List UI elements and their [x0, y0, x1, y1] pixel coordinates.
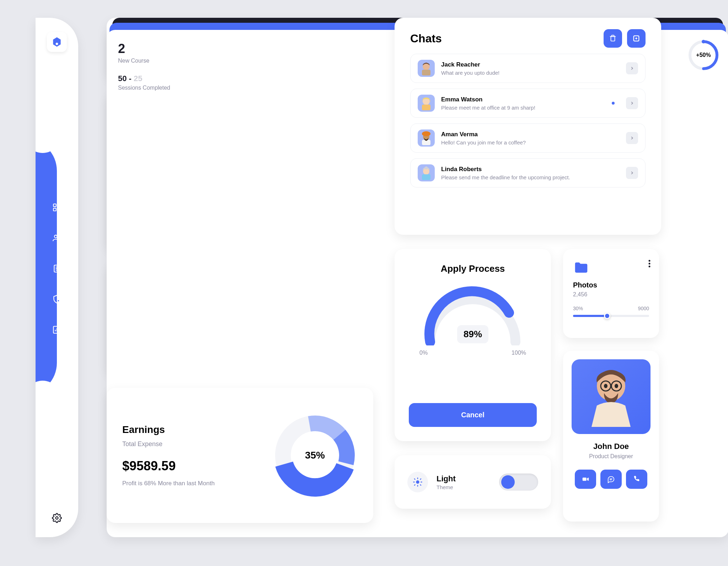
chats-delete-button[interactable] — [604, 29, 622, 48]
svg-line-66 — [414, 479, 415, 480]
svg-line-69 — [414, 485, 415, 485]
profile-video-button[interactable] — [575, 470, 596, 489]
apply-title: Apply Process — [441, 263, 505, 274]
chevron-right-icon — [626, 132, 638, 144]
chat-preview: Please send me the deadline for the upco… — [441, 174, 620, 180]
chat-name: Emma Watson — [441, 96, 605, 103]
svg-point-18 — [56, 517, 58, 519]
svg-point-49 — [649, 263, 651, 265]
svg-rect-47 — [422, 174, 430, 180]
chat-item[interactable]: Aman VermaHello! Can you join me for a c… — [410, 123, 646, 153]
profile-card: John Doe Product Designer — [563, 351, 659, 522]
svg-rect-3 — [53, 208, 56, 211]
avatar — [418, 129, 435, 147]
theme-sub: Theme — [437, 484, 456, 490]
svg-point-50 — [649, 266, 651, 268]
sun-icon — [407, 472, 428, 492]
svg-rect-41 — [422, 105, 430, 110]
svg-rect-2 — [58, 204, 60, 207]
folder-icon — [573, 260, 649, 276]
profile-name: John Doe — [593, 442, 629, 451]
chat-item[interactable]: Jack ReacherWhat are you upto dude! — [410, 54, 646, 83]
course-progress-ring: +50% — [687, 39, 719, 71]
svg-marker-58 — [587, 477, 589, 481]
svg-point-48 — [649, 260, 651, 262]
svg-rect-1 — [53, 204, 56, 207]
chat-preview: Hello! Can you join me for a coffee? — [441, 139, 620, 146]
profile-message-button[interactable] — [600, 470, 622, 489]
chats-add-button[interactable] — [627, 29, 646, 48]
chats-card: Chats Jack ReacherWhat are you upto dude… — [395, 18, 661, 235]
avatar — [418, 60, 435, 77]
svg-rect-39 — [422, 70, 430, 75]
chat-item[interactable]: Emma WatsonPlease meet me at office at 9… — [410, 89, 646, 118]
svg-rect-57 — [583, 477, 587, 481]
chat-name: Aman Verma — [441, 131, 620, 138]
sidebar-item-analytics[interactable] — [52, 325, 61, 334]
sidebar-item-shield[interactable] — [52, 295, 61, 304]
earnings-note: Profit is 68% More than last Month — [122, 480, 215, 487]
chat-item[interactable]: Linda RobertsPlease send me the deadline… — [410, 158, 646, 187]
svg-line-68 — [420, 479, 421, 480]
photos-more-button[interactable] — [648, 260, 651, 268]
sidebar-item-users[interactable] — [52, 233, 61, 243]
theme-card: LightTheme — [395, 455, 551, 509]
sidebar — [36, 18, 78, 537]
svg-point-5 — [54, 235, 57, 238]
chevron-right-icon — [626, 167, 638, 179]
svg-rect-34 — [611, 37, 615, 41]
profile-call-button[interactable] — [626, 470, 647, 489]
photos-title: Photos — [573, 281, 649, 289]
earnings-card: Earnings Total Expense $9589.59 Profit i… — [107, 388, 373, 523]
chevron-right-icon — [626, 62, 638, 74]
profile-role: Product Designer — [589, 453, 633, 460]
photos-count: 2,456 — [573, 291, 649, 298]
apply-gauge: 89% — [419, 285, 526, 345]
chat-preview: What are you upto dude! — [441, 70, 620, 76]
svg-point-43 — [422, 131, 430, 136]
svg-rect-4 — [58, 208, 60, 211]
apply-process-card: Apply Process 89% 0%100% Cancel — [395, 249, 551, 441]
earnings-sub: Total Expense — [122, 440, 215, 448]
photos-slider[interactable] — [573, 315, 649, 317]
svg-point-0 — [56, 43, 58, 45]
earnings-donut: 35% — [272, 413, 358, 498]
apply-cancel-button[interactable]: Cancel — [409, 403, 537, 427]
svg-line-67 — [420, 485, 421, 485]
avatar — [418, 164, 435, 181]
profile-avatar — [572, 359, 651, 434]
chat-name: Linda Roberts — [441, 166, 620, 173]
photos-card: Photos 2,456 30%9000 — [563, 249, 659, 338]
chat-preview: Please meet me at office at 9 am sharp! — [441, 105, 605, 111]
sidebar-item-dashboard[interactable] — [52, 203, 61, 212]
earnings-title: Earnings — [122, 424, 215, 435]
avatar — [418, 95, 435, 112]
sidebar-item-document[interactable] — [52, 264, 61, 273]
svg-point-61 — [416, 480, 419, 483]
settings-button[interactable] — [52, 513, 62, 523]
svg-point-46 — [425, 166, 428, 169]
chevron-right-icon — [626, 97, 638, 109]
chat-name: Jack Reacher — [441, 61, 620, 68]
unread-dot-icon — [612, 102, 615, 105]
course-card-stack: 2 New Course 50 - 25 Sessions Completed … — [107, 18, 235, 128]
earnings-amount: $9589.59 — [122, 459, 215, 474]
app-logo — [47, 32, 67, 52]
theme-title: Light — [437, 474, 456, 483]
svg-point-53 — [615, 384, 618, 388]
svg-point-52 — [604, 384, 607, 388]
svg-point-6 — [58, 235, 60, 237]
theme-toggle[interactable] — [499, 474, 538, 491]
